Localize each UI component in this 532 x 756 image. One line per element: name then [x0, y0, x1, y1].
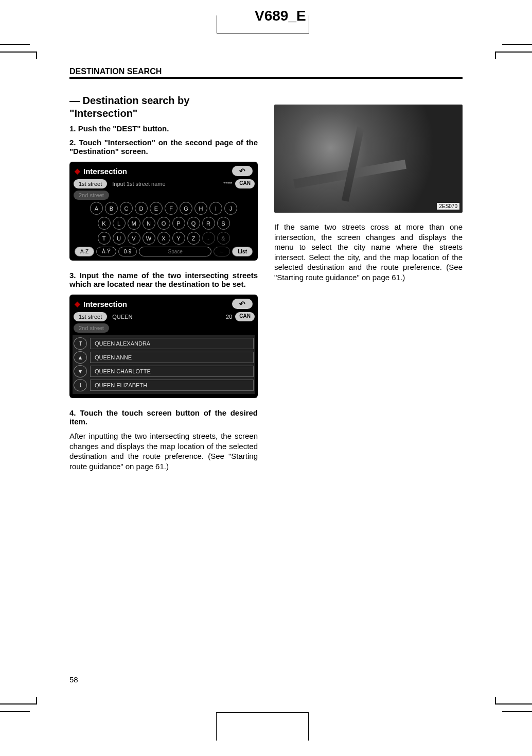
crop-mark — [496, 51, 532, 53]
space-key: Space — [139, 247, 211, 256]
list-item[interactable]: QUEEN ELIZABETH — [90, 380, 254, 391]
page-number: 58 — [69, 675, 78, 684]
key[interactable]: C — [120, 202, 133, 215]
tab-1st-street[interactable]: 1st street — [74, 312, 107, 321]
crop-mark — [216, 712, 309, 741]
key[interactable]: N — [143, 217, 155, 230]
key[interactable]: H — [194, 202, 207, 215]
mode-num[interactable]: 0-9 — [118, 247, 137, 256]
crop-mark — [0, 44, 30, 45]
back-button[interactable]: ↶ — [232, 299, 253, 309]
key[interactable]: U — [113, 232, 126, 245]
key: & — [217, 232, 230, 245]
key[interactable]: A — [90, 202, 103, 215]
key[interactable]: Q — [187, 217, 200, 230]
crop-mark — [495, 51, 496, 59]
key[interactable]: Z — [187, 232, 200, 245]
road-graphic — [342, 126, 364, 202]
region-button[interactable]: CAN — [235, 312, 255, 321]
step-2: 2. Touch "Intersection" on the second pa… — [69, 138, 258, 156]
step-3: 3. Input the name of the two intersectin… — [69, 271, 258, 288]
crop-mark — [496, 703, 532, 705]
key[interactable]: O — [157, 217, 170, 230]
right-body-text: If the same two streets cross at more th… — [274, 222, 463, 282]
doc-code: V689_E — [255, 8, 306, 24]
crop-mark — [0, 703, 36, 705]
key[interactable]: J — [224, 202, 237, 215]
tab-1st-street[interactable]: 1st street — [74, 179, 107, 188]
key[interactable]: K — [98, 217, 111, 230]
list-button[interactable]: List — [232, 247, 253, 256]
crop-mark — [36, 697, 37, 705]
mode-accents[interactable]: À-Ý — [96, 247, 116, 256]
screenshot-intersection-keyboard: ◆ Intersection ↶ 1st street Input 1st st… — [69, 162, 258, 261]
screenshot-intersection-list: ◆ Intersection ↶ 1st street QUEEN 20 CAN… — [69, 295, 258, 398]
step-4: 4. Touch the touch screen button of the … — [69, 408, 258, 426]
region-button[interactable]: CAN — [235, 179, 255, 188]
screenshot-map-perspective: 2ES070 — [274, 105, 463, 213]
left-body-text: After inputting the two intersecting str… — [69, 431, 258, 471]
keyboard-row: T U V W X Y Z - & — [73, 232, 255, 245]
key[interactable]: Y — [172, 232, 185, 245]
key[interactable]: V — [128, 232, 140, 245]
keyboard-row: K L M N O P Q R S — [73, 217, 255, 230]
crop-mark — [502, 44, 532, 45]
list-item[interactable]: QUEEN ANNE — [90, 352, 254, 363]
result-count: 20 — [223, 312, 235, 321]
left-column: — Destination search by "Intersection" 1… — [69, 94, 258, 476]
tab-2nd-street: 2nd street — [74, 323, 109, 333]
title-line: "Intersection" — [69, 108, 137, 119]
right-column: 2ES070 If the same two streets cross at … — [274, 94, 463, 476]
back-button[interactable]: ↶ — [232, 166, 253, 176]
crop-mark — [36, 51, 37, 59]
header: V689_E — [0, 8, 532, 33]
scroll-down-button[interactable]: ▼ — [74, 365, 87, 377]
keyboard-bottom-row: A-Z À-Ý 0-9 Space ← List — [73, 247, 255, 256]
key[interactable]: B — [105, 202, 118, 215]
key[interactable]: R — [202, 217, 215, 230]
pin-icon: ◆ — [75, 167, 80, 175]
key[interactable]: T — [98, 232, 111, 245]
scroll-up-button[interactable]: ▲ — [74, 351, 87, 364]
input-value: QUEEN — [108, 312, 223, 321]
key[interactable]: P — [172, 217, 185, 230]
input-dots: **** — [220, 179, 235, 188]
list-item[interactable]: QUEEN ALEXANDRA — [90, 338, 254, 349]
key[interactable]: M — [128, 217, 140, 230]
key[interactable]: S — [217, 217, 230, 230]
list-item[interactable]: QUEEN CHARLOTTE — [90, 366, 254, 377]
mode-az[interactable]: A-Z — [75, 247, 94, 256]
title-line: — Destination search by — [69, 95, 189, 106]
key[interactable]: W — [143, 232, 155, 245]
key: - — [202, 232, 215, 245]
pin-icon: ◆ — [75, 300, 80, 308]
crop-mark — [0, 51, 36, 53]
screen-title: Intersection — [83, 167, 127, 176]
crop-mark — [0, 711, 30, 712]
section-header: DESTINATION SEARCH — [69, 67, 463, 79]
crop-mark — [495, 697, 496, 705]
screen-title: Intersection — [83, 300, 127, 308]
key[interactable]: I — [209, 202, 222, 215]
step-1: 1. Push the "DEST" button. — [69, 124, 258, 133]
page-content: DESTINATION SEARCH — Destination search … — [69, 67, 463, 689]
key[interactable]: D — [135, 202, 148, 215]
key[interactable]: E — [150, 202, 163, 215]
key[interactable]: F — [165, 202, 178, 215]
key[interactable]: L — [113, 217, 126, 230]
section-title: — Destination search by "Intersection" — [69, 94, 258, 120]
scroll-top-button[interactable]: ⤒ — [74, 337, 87, 350]
backspace-key: ← — [214, 247, 230, 256]
scroll-bottom-button[interactable]: ⤓ — [74, 379, 87, 391]
key[interactable]: G — [180, 202, 192, 215]
input-hint: Input 1st street name — [108, 179, 220, 188]
figure-reference: 2ES070 — [437, 203, 459, 210]
crop-mark — [502, 711, 532, 712]
key[interactable]: X — [157, 232, 170, 245]
tab-2nd-street: 2nd street — [74, 191, 109, 200]
keyboard-row: A B C D E F G H I J — [73, 202, 255, 215]
